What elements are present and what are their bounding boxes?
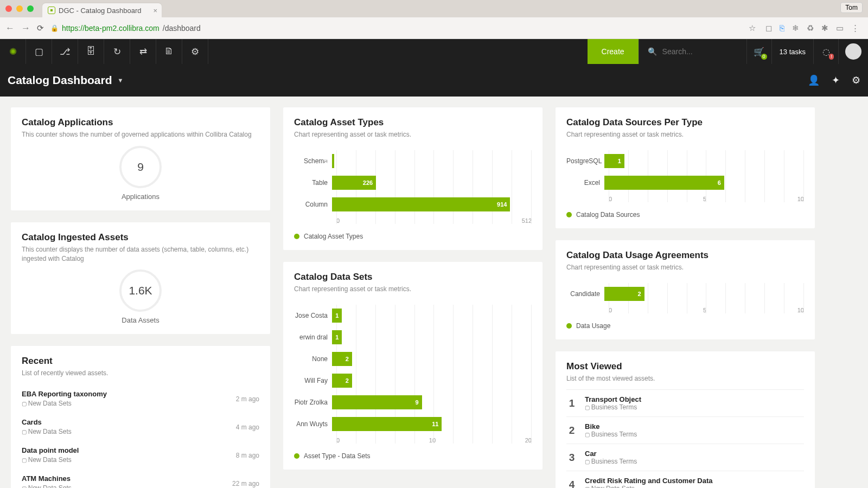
- browser-tab[interactable]: DGC - Catalog Dashboard ×: [42, 3, 162, 17]
- panel-data-sets: Catalog Data Sets Chart representing ass…: [283, 262, 542, 470]
- tasks-button[interactable]: 13 tasks: [772, 39, 814, 64]
- search-box[interactable]: 🔍: [639, 39, 747, 64]
- panel-subtitle: List of the most viewed assets.: [566, 374, 804, 383]
- chart-bar[interactable]: Piotr Zrolka9: [294, 391, 532, 413]
- menu-icon[interactable]: ⋮: [851, 23, 859, 33]
- recent-time: 2 m ago: [236, 395, 259, 403]
- chart-bar[interactable]: PostgreSQL1: [566, 150, 804, 172]
- rank: 2: [566, 425, 577, 436]
- bar-label: Jose Costa: [294, 312, 332, 319]
- legend-label: Asset Type - Data Sets: [304, 452, 371, 460]
- mv-location: Business Terms: [585, 403, 641, 411]
- bar-value: 9: [415, 399, 418, 406]
- panel-asset-types: Catalog Asset Types Chart representing a…: [283, 107, 542, 250]
- forward-button[interactable]: →: [21, 23, 30, 34]
- recent-time: 8 m ago: [236, 452, 259, 459]
- panel-title: Catalog Data Sources Per Type: [566, 117, 804, 128]
- chart-bar[interactable]: Schema12: [294, 150, 532, 172]
- counter-label: Applications: [22, 192, 259, 201]
- profile-badge[interactable]: Tom: [840, 2, 863, 13]
- chart-bar[interactable]: Will Fay2: [294, 370, 532, 391]
- bar-value: 2: [637, 291, 641, 297]
- window-chrome: DGC - Catalog Dashboard × Tom: [0, 0, 868, 17]
- most-viewed-item[interactable]: 1Transport ObjectBusiness Terms: [566, 389, 804, 416]
- bar-label: Table: [294, 179, 332, 187]
- search-icon: 🔍: [648, 47, 657, 56]
- bar-label: Candidate: [566, 290, 604, 298]
- nav-folder-icon[interactable]: ▢: [26, 39, 52, 64]
- bookmark-icon[interactable]: ☆: [749, 23, 756, 33]
- chart-bar[interactable]: None2: [294, 348, 532, 370]
- bar-value: 1: [335, 312, 339, 319]
- cart-icon[interactable]: 🛒0: [747, 39, 772, 64]
- nav-doc-icon[interactable]: 🗎: [156, 39, 182, 64]
- ext-icon[interactable]: ♻: [807, 23, 814, 33]
- recent-meta: New Data Sets: [22, 428, 259, 435]
- nav-flow-icon[interactable]: ⇄: [130, 39, 156, 64]
- nav-branch-icon[interactable]: ⎇: [52, 39, 78, 64]
- chart-bar[interactable]: Table226: [294, 172, 532, 194]
- close-icon[interactable]: ×: [153, 7, 157, 15]
- logo-icon[interactable]: ✺: [0, 39, 26, 64]
- ext-icon[interactable]: ◻: [765, 23, 772, 33]
- address-bar[interactable]: 🔒 https://beta-pm2.collibra.com/dashboar…: [50, 23, 756, 33]
- recent-item[interactable]: Data point modelNew Data Sets8 m ago: [22, 441, 259, 469]
- reload-button[interactable]: ⟳: [37, 23, 44, 33]
- most-viewed-item[interactable]: 4Credit Risk Rating and Customer DataNew…: [566, 471, 804, 488]
- recent-item[interactable]: ATM MachinesNew Data Sets22 m ago: [22, 469, 259, 488]
- most-viewed-item[interactable]: 2BikeBusiness Terms: [566, 416, 804, 444]
- panel-title: Most Viewed: [566, 361, 804, 372]
- app-nav: ✺ ▢ ⎇ 🗄 ↻ ⇄ 🗎 ⚙ Create 🔍 🛒0 13 tasks ◌!: [0, 39, 868, 64]
- ext-icon[interactable]: ▭: [836, 23, 844, 33]
- user-avatar[interactable]: [845, 43, 861, 60]
- recent-item[interactable]: EBA Reporting taxonomyNew Data Sets2 m a…: [22, 384, 259, 413]
- window-close[interactable]: [5, 5, 12, 12]
- legend-label: Catalog Asset Types: [304, 233, 363, 240]
- tab-title: DGC - Catalog Dashboard: [59, 7, 141, 15]
- chart-bar[interactable]: Jose Costa1: [294, 305, 532, 326]
- nav-sync-icon[interactable]: ↻: [104, 39, 130, 64]
- bar-value: 2: [346, 356, 349, 362]
- panel-title: Catalog Asset Types: [294, 117, 532, 128]
- recent-item[interactable]: CardsNew Data Sets4 m ago: [22, 413, 259, 441]
- chart-bar[interactable]: erwin dral1: [294, 326, 532, 348]
- bar-label: Piotr Zrolka: [294, 399, 332, 406]
- panel-subtitle: This counter displays the number of data…: [22, 245, 259, 264]
- panel-subtitle: Chart representing asset or task metrics…: [566, 263, 804, 272]
- chart-bar[interactable]: Column914: [294, 194, 532, 215]
- ext-icon[interactable]: ❄: [792, 23, 799, 33]
- window-zoom[interactable]: [27, 5, 34, 12]
- mv-location: New Data Sets: [585, 485, 713, 488]
- nav-database-icon[interactable]: 🗄: [78, 39, 104, 64]
- recent-meta: New Data Sets: [22, 484, 259, 488]
- page-title[interactable]: Catalog Dashboard ▼: [8, 74, 123, 87]
- most-viewed-item[interactable]: 3CarBusiness Terms: [566, 444, 804, 471]
- share-icon[interactable]: ✦: [832, 74, 840, 86]
- panel-title: Catalog Data Usage Agreements: [566, 250, 804, 261]
- search-input[interactable]: [662, 47, 738, 56]
- bar-value: 914: [497, 201, 507, 208]
- chart-bar[interactable]: Ann Wuyts11: [294, 413, 532, 435]
- bar-value: 6: [718, 179, 721, 186]
- gear-icon[interactable]: ⚙: [852, 74, 860, 86]
- recent-title: EBA Reporting taxonomy: [22, 390, 259, 398]
- chart-bar[interactable]: Excel6: [566, 172, 804, 194]
- back-button[interactable]: ←: [5, 23, 15, 34]
- create-button[interactable]: Create: [588, 39, 639, 64]
- nav-settings-icon[interactable]: ⚙: [182, 39, 208, 64]
- panel-title: Recent: [22, 356, 259, 367]
- counter-value: 9: [119, 146, 162, 188]
- user-icon[interactable]: 👤: [808, 74, 820, 86]
- bar-label: Will Fay: [294, 377, 332, 384]
- window-minimize[interactable]: [16, 5, 23, 12]
- bar-value: 226: [363, 179, 373, 186]
- recent-title: Cards: [22, 418, 259, 426]
- bar-value: 1: [335, 334, 339, 341]
- chart-bar[interactable]: Candidate2: [566, 283, 804, 305]
- panel-usage-agreements: Catalog Data Usage Agreements Chart repr…: [556, 240, 815, 339]
- activity-icon[interactable]: ◌!: [814, 39, 839, 64]
- panel-subtitle: Chart representing asset or task metrics…: [294, 285, 532, 294]
- ext-icon[interactable]: ⎘: [780, 23, 784, 33]
- ext-icon[interactable]: ✱: [821, 23, 828, 33]
- panel-title: Catalog Data Sets: [294, 272, 532, 282]
